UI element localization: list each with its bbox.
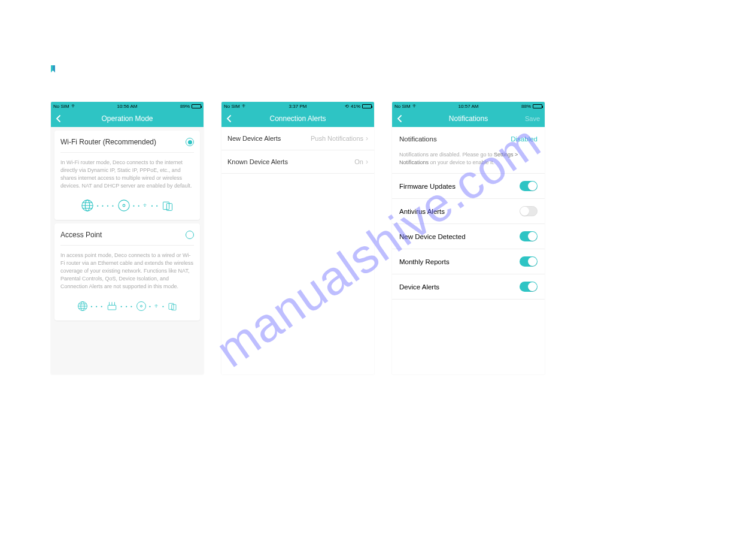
- toggle-label: Monthly Reports: [399, 258, 450, 265]
- globe-icon: [81, 199, 94, 212]
- page-title: Notifications: [449, 114, 488, 123]
- toggle-row-monthly-reports: Monthly Reports: [392, 249, 545, 274]
- svg-point-5: [119, 200, 129, 211]
- clock: 3:37 PM: [289, 104, 307, 109]
- illustration-router-mode: ● ● ● ● ● ● ᯤ ● ●: [60, 195, 194, 216]
- row-value: Disabled: [511, 135, 538, 143]
- orientation-lock-icon: ⟲: [345, 104, 349, 109]
- row-value: On: [354, 158, 363, 165]
- wifi-symbol-icon: ᯤ: [143, 202, 148, 208]
- back-button[interactable]: [396, 114, 404, 123]
- svg-rect-7: [163, 202, 169, 210]
- content-area: Notifications Disabled Notifications are…: [392, 127, 545, 374]
- toggle-label: Device Alerts: [399, 283, 439, 291]
- devices-icon: [162, 200, 174, 211]
- toggle-switch[interactable]: [520, 282, 538, 292]
- svg-point-6: [123, 204, 125, 207]
- mode-card-wifi-router[interactable]: Wi-Fi Router (Recommended) In Wi-Fi rout…: [54, 131, 200, 220]
- row-label: Notifications: [399, 135, 437, 143]
- bookmark-icon: [51, 65, 55, 72]
- status-bar: No SIM ᯤ 10:56 AM 89%: [51, 102, 204, 110]
- row-label: New Device Alerts: [227, 135, 281, 142]
- svg-point-18: [136, 302, 145, 311]
- toggle-switch[interactable]: [520, 181, 538, 191]
- status-bar: No SIM ᯤ 10:57 AM 88%: [392, 102, 545, 110]
- phone-connection-alerts: No SIM ᯤ 3:37 PM ⟲ 41% Connection Alerts…: [221, 102, 374, 374]
- save-button[interactable]: Save: [525, 115, 540, 122]
- page-title: Connection Alerts: [269, 114, 326, 123]
- battery-icon: [533, 104, 542, 108]
- toggle-label: New Device Detected: [399, 233, 466, 240]
- deco-icon: [117, 199, 130, 212]
- phone-operation-mode: No SIM ᯤ 10:56 AM 89% Operation Mode Wi-…: [51, 102, 204, 374]
- navbar: Connection Alerts: [221, 110, 374, 127]
- toggle-label: Firmware Updates: [399, 183, 456, 190]
- radio-selected[interactable]: [186, 138, 194, 146]
- content-area: New Device Alerts Push Notifications › K…: [221, 127, 374, 374]
- navbar: Notifications Save: [392, 110, 545, 127]
- row-new-device-alerts[interactable]: New Device Alerts Push Notifications ›: [221, 127, 374, 150]
- phone-notifications: No SIM ᯤ 10:57 AM 88% Notifications Save…: [392, 102, 545, 374]
- wifi-icon: ᯤ: [71, 103, 77, 109]
- carrier-label: No SIM: [53, 104, 69, 109]
- clock: 10:56 AM: [117, 104, 138, 109]
- battery-pct: 41%: [351, 104, 360, 109]
- chevron-right-icon: ›: [366, 158, 368, 166]
- radio-unselected[interactable]: [186, 231, 194, 239]
- globe-icon: [77, 301, 88, 312]
- phones-row: No SIM ᯤ 10:56 AM 89% Operation Mode Wi-…: [51, 102, 545, 374]
- navbar: Operation Mode: [51, 110, 204, 127]
- chevron-right-icon: ›: [366, 134, 368, 143]
- wifi-icon: ᯤ: [412, 103, 418, 109]
- card-description: In access point mode, Deco connects to a…: [60, 246, 194, 295]
- toggle-row-antivirus-alerts: Antivirus Alerts: [392, 199, 545, 224]
- status-bar: No SIM ᯤ 3:37 PM ⟲ 41%: [221, 102, 374, 110]
- card-description: In Wi-Fi router mode, Deco connects to t…: [60, 153, 194, 195]
- content-area: Wi-Fi Router (Recommended) In Wi-Fi rout…: [51, 127, 204, 374]
- battery-pct: 89%: [180, 104, 190, 109]
- toggle-row-device-alerts: Device Alerts: [392, 274, 545, 300]
- toggle-switch[interactable]: [520, 231, 538, 241]
- clock: 10:57 AM: [459, 104, 479, 109]
- toggle-label: Antivirus Alerts: [399, 208, 445, 215]
- svg-rect-20: [169, 304, 174, 310]
- wifi-symbol-icon: ᯤ: [154, 303, 160, 309]
- back-button[interactable]: [225, 114, 233, 123]
- toggle-row-firmware-updates: Firmware Updates: [392, 174, 545, 199]
- notifications-status-row: Notifications Disabled: [392, 127, 545, 149]
- row-known-device-alerts[interactable]: Known Device Alerts On ›: [221, 150, 374, 174]
- deco-icon: [136, 301, 147, 312]
- router-icon: [106, 301, 118, 312]
- mode-card-access-point[interactable]: Access Point In access point mode, Deco …: [54, 223, 200, 321]
- carrier-label: No SIM: [224, 104, 240, 109]
- card-title: Wi-Fi Router (Recommended): [60, 138, 156, 146]
- toggle-switch[interactable]: [520, 256, 538, 267]
- devices-icon: [168, 301, 177, 311]
- wifi-icon: ᯤ: [242, 103, 247, 109]
- toggle-row-new-device-detected: New Device Detected: [392, 224, 545, 249]
- battery-icon: [192, 104, 201, 108]
- back-button[interactable]: [54, 114, 63, 123]
- row-label: Known Device Alerts: [227, 158, 288, 165]
- row-value: Push Notifications: [311, 135, 363, 142]
- toggle-switch[interactable]: [520, 206, 538, 216]
- svg-point-19: [140, 306, 142, 307]
- battery-pct: 88%: [521, 104, 531, 109]
- carrier-label: No SIM: [394, 104, 411, 109]
- illustration-ap-mode: ● ● ● ● ● ● ● ᯤ ●: [60, 295, 194, 317]
- battery-icon: [362, 104, 372, 108]
- svg-rect-14: [108, 306, 116, 310]
- card-title: Access Point: [60, 231, 102, 239]
- notifications-disabled-note: Notifications are disabled. Please go to…: [392, 149, 545, 174]
- page-title: Operation Mode: [101, 114, 153, 123]
- note-text-post: on your device to enable it.: [429, 159, 494, 165]
- note-text-pre: Notifications are disabled. Please go to: [399, 152, 494, 158]
